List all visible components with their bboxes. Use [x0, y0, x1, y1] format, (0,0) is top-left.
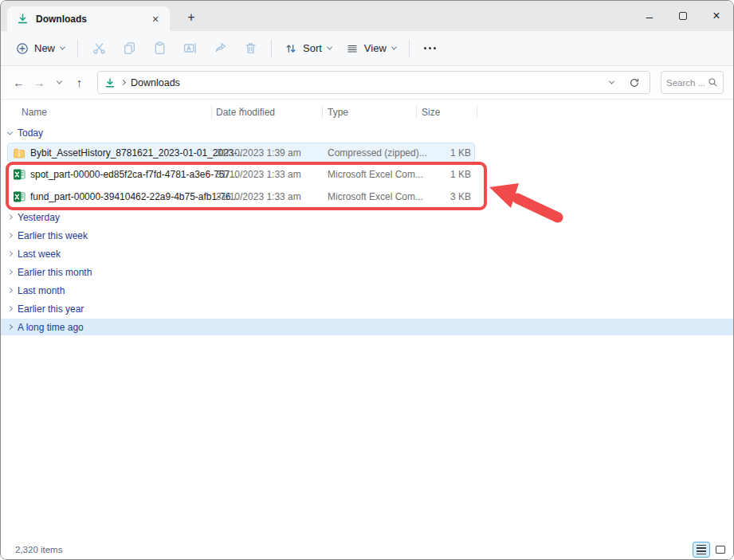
- thumbnails-view-button[interactable]: [712, 542, 729, 558]
- zip-folder-icon: [13, 147, 26, 159]
- search-box[interactable]: [661, 71, 724, 94]
- toolbar-separator: [409, 40, 410, 57]
- chevron-right-icon: [7, 306, 13, 311]
- recent-locations-button[interactable]: [51, 72, 68, 94]
- address-dropdown-button[interactable]: [603, 74, 620, 92]
- table-row[interactable]: fund_part-00000-39410462-22a9-4b75-afb1-…: [1, 186, 733, 208]
- chevron-right-icon: [7, 233, 13, 238]
- breadcrumb-separator-icon: [120, 80, 126, 85]
- table-row[interactable]: spot_part-00000-ed85f2ca-f7fd-4781-a3e6-…: [1, 163, 733, 186]
- more-options-button[interactable]: [415, 36, 446, 61]
- group-header-yesterday[interactable]: Yesterday: [1, 208, 733, 226]
- maximize-icon: [679, 12, 687, 20]
- file-name: Bybit_AssetHistory_8781621_2023-01-01_20…: [30, 147, 245, 159]
- tab-title: Downloads: [36, 14, 147, 25]
- group-header-last-week[interactable]: Last week: [1, 245, 733, 263]
- group-header-today[interactable]: Today: [1, 124, 733, 142]
- forward-button[interactable]: →: [30, 72, 47, 94]
- view-list-icon: [346, 42, 359, 55]
- paste-button[interactable]: [144, 36, 175, 61]
- file-date-modified: 31/10/2023 1:33 am: [216, 169, 301, 180]
- search-icon: [708, 77, 718, 88]
- file-list: Today Bybit_AssetHistory_8781621_2023-01…: [1, 124, 733, 540]
- chevron-right-icon: [7, 324, 13, 330]
- view-toggle: [693, 542, 729, 558]
- chevron-right-icon: [7, 214, 13, 220]
- file-date-modified: 31/10/2023 1:33 am: [216, 191, 301, 202]
- view-button-label: View: [364, 42, 387, 54]
- rename-icon: [183, 41, 197, 55]
- download-icon: [104, 77, 116, 88]
- sort-button-label: Sort: [303, 42, 322, 54]
- toolbar-separator: [77, 40, 78, 57]
- new-button-label: New: [34, 42, 55, 54]
- file-size: 1 KB: [415, 169, 471, 180]
- window-controls: – ×: [633, 1, 733, 31]
- column-header-name[interactable]: Name: [22, 107, 47, 118]
- file-size: 3 KB: [415, 191, 471, 202]
- download-icon: [17, 13, 29, 25]
- group-header-earlier-this-week[interactable]: Earlier this week: [1, 226, 733, 245]
- share-icon: [214, 41, 227, 55]
- file-size: 1 KB: [415, 147, 471, 159]
- column-header-type[interactable]: Type: [328, 107, 348, 118]
- copy-button[interactable]: [114, 36, 144, 61]
- excel-icon: [13, 168, 26, 181]
- share-button[interactable]: [205, 36, 235, 61]
- chevron-down-icon: [391, 45, 397, 50]
- file-type: Compressed (zipped)...: [328, 147, 427, 159]
- details-view-button[interactable]: [693, 542, 710, 558]
- refresh-button[interactable]: [626, 74, 643, 92]
- cut-button[interactable]: [84, 36, 114, 61]
- titlebar: Downloads × + – ×: [1, 1, 733, 31]
- file-name: fund_part-00000-39410462-22a9-4b75-afb1-…: [30, 191, 239, 202]
- new-button[interactable]: New: [9, 37, 72, 60]
- trash-icon: [244, 41, 257, 55]
- rename-button[interactable]: [175, 36, 205, 61]
- address-bar[interactable]: Downloads: [97, 71, 650, 94]
- toolbar-separator: [271, 40, 272, 57]
- breadcrumb[interactable]: Downloads: [131, 77, 180, 88]
- chevron-down-icon: [327, 45, 332, 50]
- item-count: 2,320 items: [15, 545, 693, 554]
- chevron-right-icon: [7, 251, 13, 257]
- delete-button[interactable]: [235, 36, 265, 61]
- group-header-earlier-this-month[interactable]: Earlier this month: [1, 263, 733, 281]
- tab-close-icon[interactable]: ×: [147, 11, 163, 27]
- group-header-a-long-time-ago[interactable]: A long time ago: [1, 319, 733, 335]
- group-header-last-month[interactable]: Last month: [1, 281, 733, 300]
- scissors-icon: [92, 41, 106, 55]
- thumbnails-view-icon: [716, 546, 725, 554]
- file-type: Microsoft Excel Com...: [328, 169, 423, 180]
- status-bar: 2,320 items: [1, 540, 733, 559]
- view-button[interactable]: View: [339, 37, 403, 60]
- column-header-date-modified[interactable]: Date modified: [216, 107, 275, 118]
- search-input[interactable]: [666, 78, 705, 88]
- chevron-down-icon: [60, 45, 65, 50]
- file-explorer-window: Downloads × + – × New: [0, 0, 734, 560]
- close-button[interactable]: ×: [700, 2, 733, 29]
- chevron-right-icon: [7, 288, 13, 293]
- new-tab-button[interactable]: +: [181, 7, 202, 28]
- table-row[interactable]: Bybit_AssetHistory_8781621_2023-01-01_20…: [1, 142, 733, 163]
- file-date-modified: 31/10/2023 1:39 am: [216, 147, 301, 159]
- navigation-bar: ← → ↑ Downloads: [1, 66, 733, 100]
- maximize-button[interactable]: [666, 2, 700, 29]
- excel-icon: [13, 190, 26, 203]
- sort-button[interactable]: Sort: [277, 37, 339, 60]
- chevron-down-icon: [608, 79, 614, 84]
- copy-icon: [123, 41, 136, 55]
- sort-arrows-icon: [285, 42, 297, 55]
- chevron-down-icon: [57, 79, 62, 84]
- tab-downloads[interactable]: Downloads ×: [7, 6, 170, 31]
- details-view-icon: [697, 545, 706, 554]
- back-button[interactable]: ←: [10, 72, 27, 94]
- clipboard-icon: [153, 41, 167, 55]
- file-type: Microsoft Excel Com...: [328, 191, 423, 202]
- up-button[interactable]: ↑: [71, 72, 88, 94]
- minimize-button[interactable]: –: [633, 2, 666, 29]
- group-header-earlier-this-year[interactable]: Earlier this year: [1, 300, 733, 318]
- chevron-down-icon: [7, 129, 13, 135]
- plus-circle-icon: [16, 42, 29, 55]
- column-header-size[interactable]: Size: [422, 107, 440, 118]
